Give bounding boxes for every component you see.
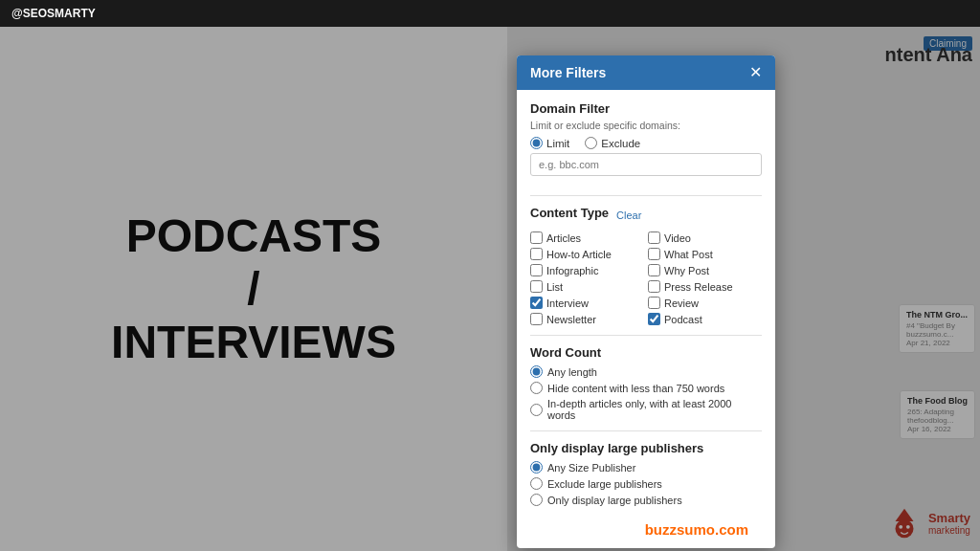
word-count-radio-0[interactable] bbox=[530, 365, 543, 378]
domain-filter-section: Domain Filter Limit or exclude specific … bbox=[530, 101, 762, 186]
word-count-option-label: In-depth articles only, with at least 20… bbox=[547, 398, 762, 421]
word-count-option-label: Hide content with less than 750 words bbox=[547, 383, 724, 394]
publisher-option-label: Only display large publishers bbox=[547, 495, 682, 506]
checkbox-label: Newsletter bbox=[546, 314, 596, 325]
list-item: How-to Article bbox=[530, 248, 644, 260]
publisher-option-label: Exclude large publishers bbox=[547, 478, 662, 490]
clear-link[interactable]: Clear bbox=[616, 209, 641, 221]
checkbox-label: Why Post bbox=[664, 265, 709, 276]
checkbox-why-post[interactable] bbox=[648, 264, 660, 276]
checkbox-label: Podcast bbox=[664, 314, 702, 325]
checkbox-podcast[interactable] bbox=[648, 313, 660, 325]
modal-body: Domain Filter Limit or exclude specific … bbox=[517, 90, 775, 518]
publisher-radio-0[interactable] bbox=[530, 461, 543, 474]
divider-3 bbox=[530, 430, 762, 431]
checkbox-interview[interactable] bbox=[530, 297, 543, 309]
list-item: Interview bbox=[530, 297, 644, 309]
domain-filter-subtitle: Limit or exclude specific domains: bbox=[530, 120, 762, 131]
checkbox-label: Video bbox=[664, 232, 691, 244]
content-type-title: Content Type bbox=[530, 206, 609, 220]
checkbox-what-post[interactable] bbox=[648, 248, 660, 260]
checkbox-review[interactable] bbox=[648, 297, 660, 309]
checkbox-newsletter[interactable] bbox=[530, 313, 543, 325]
list-item: Press Release bbox=[648, 280, 762, 293]
list-item: Newsletter bbox=[530, 313, 644, 325]
domain-limit-radio[interactable] bbox=[530, 137, 543, 149]
checkbox-label: Review bbox=[664, 298, 699, 309]
modal-close-button[interactable]: ✕ bbox=[749, 65, 762, 80]
buzzsumo-link-container: buzzsumo.com bbox=[517, 518, 775, 548]
checkbox-press-release[interactable] bbox=[648, 280, 660, 293]
publisher-radio-1[interactable] bbox=[530, 477, 543, 490]
word-count-title: Word Count bbox=[530, 345, 762, 360]
checkbox-video[interactable] bbox=[648, 231, 660, 244]
publisher-options: Any Size PublisherExclude large publishe… bbox=[530, 461, 762, 506]
publisher-option-label: Any Size Publisher bbox=[547, 462, 635, 474]
publisher-section: Only display large publishers Any Size P… bbox=[530, 441, 762, 506]
checkbox-label: List bbox=[546, 281, 563, 293]
word-count-options: Any lengthHide content with less than 75… bbox=[530, 365, 762, 421]
list-item[interactable]: Only display large publishers bbox=[530, 494, 762, 506]
list-item: What Post bbox=[648, 248, 762, 260]
domain-exclude-radio[interactable] bbox=[585, 137, 597, 149]
word-count-radio-1[interactable] bbox=[530, 382, 543, 394]
divider-2 bbox=[530, 335, 762, 336]
buzzsumo-link[interactable]: buzzsumo.com bbox=[632, 516, 762, 547]
list-item[interactable]: Hide content with less than 750 words bbox=[530, 382, 762, 394]
checkbox-infographic[interactable] bbox=[530, 264, 543, 276]
list-item: Why Post bbox=[648, 264, 762, 276]
checkbox-articles[interactable] bbox=[530, 231, 543, 244]
checkbox-list[interactable] bbox=[530, 280, 543, 293]
list-item: Podcast bbox=[648, 313, 762, 325]
list-item[interactable]: Exclude large publishers bbox=[530, 477, 762, 490]
publisher-title: Only display large publishers bbox=[530, 441, 762, 455]
list-item: Articles bbox=[530, 231, 644, 244]
list-item: Video bbox=[648, 231, 762, 244]
checkbox-label: Articles bbox=[546, 232, 581, 244]
checkbox-label: How-to Article bbox=[546, 249, 612, 260]
checkbox-label: Press Release bbox=[664, 281, 733, 293]
content-type-checkboxes: ArticlesVideoHow-to ArticleWhat PostInfo… bbox=[530, 231, 762, 325]
list-item: Review bbox=[648, 297, 762, 309]
checkbox-label: Infographic bbox=[546, 265, 598, 276]
checkbox-how-to-article[interactable] bbox=[530, 248, 543, 260]
domain-filter-limit-row: Limit Exclude bbox=[530, 137, 762, 149]
modal-overlay bbox=[0, 27, 980, 551]
domain-limit-label: Limit bbox=[546, 138, 569, 149]
top-bar: @SEOSMARTY bbox=[0, 0, 980, 27]
modal-header: More Filters ✕ bbox=[517, 55, 775, 90]
word-count-section: Word Count Any lengthHide content with l… bbox=[530, 345, 762, 421]
main-area: PODCASTS / INTERVIEWS Claiming ntent Ana… bbox=[0, 27, 980, 551]
divider-1 bbox=[530, 195, 762, 196]
list-item[interactable]: Any length bbox=[530, 365, 762, 378]
domain-exclude-label: Exclude bbox=[601, 138, 640, 149]
list-item: List bbox=[530, 280, 644, 293]
checkbox-label: Interview bbox=[546, 298, 589, 309]
domain-filter-title: Domain Filter bbox=[530, 101, 762, 116]
word-count-radio-2[interactable] bbox=[530, 404, 543, 416]
checkbox-label: What Post bbox=[664, 249, 713, 260]
word-count-option-label: Any length bbox=[547, 366, 597, 378]
domain-input[interactable] bbox=[530, 153, 762, 176]
modal-title: More Filters bbox=[530, 65, 606, 80]
list-item[interactable]: In-depth articles only, with at least 20… bbox=[530, 398, 762, 421]
publisher-radio-2[interactable] bbox=[530, 494, 543, 506]
content-type-section: Content Type Clear ArticlesVideoHow-to A… bbox=[530, 206, 762, 325]
username-label: @SEOSMARTY bbox=[11, 7, 96, 20]
content-type-header: Content Type Clear bbox=[530, 206, 762, 224]
more-filters-modal: More Filters ✕ Domain Filter Limit or ex… bbox=[517, 55, 775, 548]
list-item: Infographic bbox=[530, 264, 644, 276]
list-item[interactable]: Any Size Publisher bbox=[530, 461, 762, 474]
